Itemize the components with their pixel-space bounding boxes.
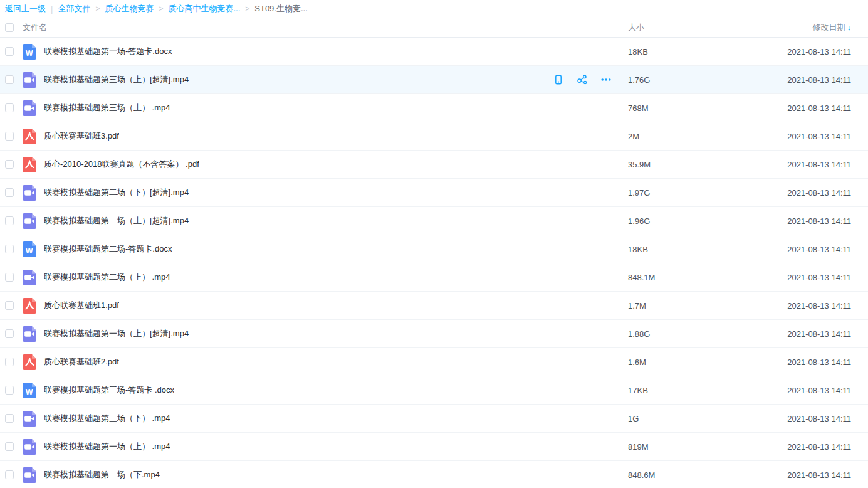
file-row[interactable]: W 联赛模拟基础题第二场-答题卡.docx [0, 235, 868, 263]
file-size: 1.76G [628, 75, 785, 85]
video-file-icon [21, 438, 38, 455]
file-name-link[interactable]: 联赛模拟基础题第二场（上） .mp4 [44, 272, 170, 283]
video-file-icon [21, 213, 38, 229]
video-file-icon [21, 72, 38, 88]
row-hover-actions [553, 74, 612, 85]
file-date: 2021-08-13 14:11 [785, 188, 868, 198]
file-name-link[interactable]: 联赛模拟基础题第一场-答题卡.docx [44, 46, 172, 57]
file-size: 768M [628, 103, 785, 113]
row-checkbox[interactable] [5, 329, 14, 338]
file-row[interactable]: W 质心联赛基础班2.pdf [0, 348, 868, 376]
row-checkbox[interactable] [5, 160, 14, 169]
file-date: 2021-08-13 14:11 [785, 414, 868, 423]
row-checkbox[interactable] [5, 47, 14, 56]
file-size: 819M [628, 442, 785, 452]
file-size: 17KB [628, 386, 785, 395]
file-name-link[interactable]: 联赛模拟基础题第一场（上）[超清].mp4 [44, 328, 189, 339]
file-name-link[interactable]: 联赛模拟基础题第二场（上）[超清].mp4 [44, 215, 189, 226]
file-name-link[interactable]: 质心联赛基础班1.pdf [44, 300, 119, 311]
file-date: 2021-08-13 14:11 [785, 442, 868, 452]
row-checkbox[interactable] [5, 442, 14, 451]
breadcrumb-item-all-files[interactable]: 全部文件 [58, 3, 90, 14]
file-row[interactable]: W 质心-2010-2018联赛真题（不含答案） .pdf [0, 151, 868, 179]
file-size: 1.96G [628, 216, 785, 226]
video-file-icon [21, 410, 38, 427]
file-name-link[interactable]: 联赛模拟基础题第二场-答题卡.docx [44, 243, 172, 255]
file-date: 2021-08-13 14:11 [785, 245, 868, 254]
file-date: 2021-08-13 14:11 [785, 103, 868, 113]
svg-text:W: W [26, 49, 33, 58]
breadcrumb-item-folder-2[interactable]: 质心高中生物竞赛... [168, 3, 240, 14]
breadcrumb-item-folder-1[interactable]: 质心生物竞赛 [105, 3, 154, 14]
file-size: 1.6M [628, 358, 785, 367]
file-date: 2021-08-13 14:11 [785, 273, 868, 282]
row-checkbox[interactable] [5, 273, 14, 282]
file-row[interactable]: W 质心联赛基础班3.pdf [0, 122, 868, 151]
file-row[interactable]: W 联赛模拟基础题第三场（上）[超清].mp4 [0, 66, 868, 94]
row-checkbox[interactable] [5, 75, 14, 84]
row-checkbox[interactable] [5, 414, 14, 423]
file-date: 2021-08-13 14:11 [785, 75, 868, 85]
file-date: 2021-08-13 14:11 [785, 301, 868, 310]
file-name-link[interactable]: 质心联赛基础班2.pdf [44, 356, 119, 368]
file-row[interactable]: W 联赛模拟基础题第三场-答题卡 .docx [0, 376, 868, 405]
share-icon[interactable] [577, 74, 588, 85]
column-header-size: 大小 [628, 22, 785, 33]
save-to-device-icon[interactable] [553, 74, 564, 85]
file-date: 2021-08-13 14:11 [785, 358, 868, 367]
row-checkbox[interactable] [5, 245, 14, 253]
word-file-icon: W [21, 382, 38, 398]
file-name-link[interactable]: 联赛模拟基础题第三场-答题卡 .docx [44, 385, 174, 396]
file-row[interactable]: W 联赛模拟基础题第二场（下.mp4 [0, 461, 868, 488]
file-size: 1.88G [628, 329, 785, 339]
file-row[interactable]: W 联赛模拟基础题第一场（上） .mp4 [0, 433, 868, 461]
file-date: 2021-08-13 14:11 [785, 216, 868, 226]
select-all-checkbox[interactable] [5, 23, 14, 32]
file-date: 2021-08-13 14:11 [785, 470, 868, 480]
file-table-header: 文件名 大小 修改日期↓ [0, 18, 868, 38]
file-name-link[interactable]: 联赛模拟基础题第一场（上） .mp4 [44, 441, 170, 452]
file-row[interactable]: W 联赛模拟基础题第二场（上）[超清].mp4 [0, 207, 868, 235]
column-header-filename: 文件名 [21, 22, 628, 33]
row-checkbox[interactable] [5, 188, 14, 197]
row-checkbox[interactable] [5, 132, 14, 141]
sort-desc-icon: ↓ [847, 23, 852, 32]
file-name-link[interactable]: 联赛模拟基础题第三场（上） .mp4 [44, 102, 170, 114]
column-header-modified-date[interactable]: 修改日期↓ [785, 22, 868, 33]
svg-text:W: W [26, 247, 33, 255]
file-name-link[interactable]: 质心联赛基础班3.pdf [44, 130, 119, 142]
pdf-file-icon [21, 156, 38, 172]
row-checkbox[interactable] [5, 301, 14, 310]
row-checkbox[interactable] [5, 358, 14, 366]
file-name-link[interactable]: 联赛模拟基础题第三场（下） .mp4 [44, 413, 170, 424]
file-size: 1.7M [628, 301, 785, 310]
file-date: 2021-08-13 14:11 [785, 160, 868, 169]
file-name-link[interactable]: 联赛模拟基础题第三场（上）[超清].mp4 [44, 74, 189, 85]
word-file-icon: W [21, 241, 38, 257]
more-icon[interactable] [600, 74, 612, 85]
video-file-icon [21, 184, 38, 201]
file-row[interactable]: W 质心联赛基础班1.pdf [0, 292, 868, 320]
word-file-icon: W [21, 43, 38, 60]
file-size: 1.97G [628, 188, 785, 198]
row-checkbox[interactable] [5, 386, 14, 395]
file-name-link[interactable]: 联赛模拟基础题第二场（下.mp4 [44, 469, 160, 480]
row-checkbox[interactable] [5, 216, 14, 225]
file-row[interactable]: W 联赛模拟基础题第一场（上）[超清].mp4 [0, 320, 868, 348]
file-size: 1G [628, 414, 785, 423]
row-checkbox[interactable] [5, 103, 14, 112]
file-size: 848.1M [628, 273, 785, 282]
file-row[interactable]: W 联赛模拟基础题第三场（上） .mp4 [0, 94, 868, 122]
breadcrumb-back-link[interactable]: 返回上一级 [5, 3, 46, 14]
pdf-file-icon [21, 128, 38, 144]
row-checkbox[interactable] [5, 470, 14, 479]
file-name-link[interactable]: 质心-2010-2018联赛真题（不含答案） .pdf [44, 159, 199, 170]
file-row[interactable]: W 联赛模拟基础题第三场（下） .mp4 [0, 405, 868, 433]
file-row[interactable]: W 联赛模拟基础题第二场（上） .mp4 [0, 263, 868, 292]
video-file-icon [21, 326, 38, 342]
chevron-right-icon: > [95, 4, 100, 13]
file-row[interactable]: W 联赛模拟基础题第二场（下）[超清].mp4 [0, 179, 868, 207]
file-row[interactable]: W 联赛模拟基础题第一场-答题卡.docx [0, 38, 868, 66]
file-date: 2021-08-13 14:11 [785, 329, 868, 339]
file-name-link[interactable]: 联赛模拟基础题第二场（下）[超清].mp4 [44, 187, 189, 198]
